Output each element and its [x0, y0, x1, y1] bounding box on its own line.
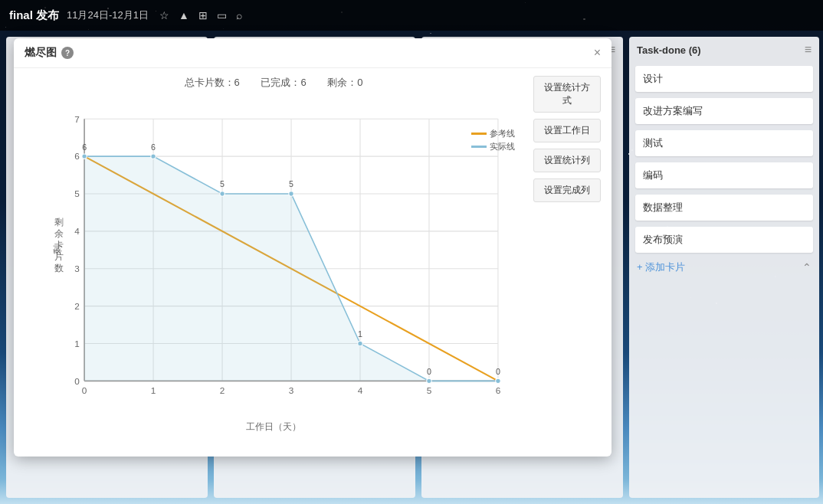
list-item[interactable]: 编码 [635, 162, 813, 188]
svg-text:数: 数 [54, 263, 64, 273]
chart-svg-wrapper: 参考线 实际线 012345670123456剩6655100剩余卡片数 工作日… [25, 97, 523, 434]
svg-text:卡: 卡 [54, 240, 64, 250]
chart-icon[interactable]: ▲ [179, 9, 189, 21]
list-item[interactable]: 改进方案编写 [635, 98, 813, 124]
star-icon[interactable]: ☆ [159, 9, 169, 21]
svg-text:4: 4 [74, 226, 80, 236]
legend-actual: 实际线 [471, 141, 515, 152]
set-workday-button[interactable]: 设置工作日 [533, 119, 601, 142]
legend-ref: 参考线 [471, 128, 515, 139]
column-task-done-add[interactable]: + 添加卡片 [637, 260, 685, 274]
svg-text:5: 5 [289, 179, 293, 188]
svg-text:1: 1 [151, 385, 156, 395]
svg-point-35 [151, 154, 156, 159]
svg-text:余: 余 [54, 228, 64, 238]
column-task-done: Task-done (6) ≡ 设计 改进方案编写 测试 编码 数据整理 发布预… [629, 37, 819, 498]
column-task-done-title: Task-done (6) [637, 44, 701, 56]
svg-text:3: 3 [289, 385, 294, 395]
svg-point-33 [82, 154, 87, 159]
list-item[interactable]: 数据整理 [635, 195, 813, 221]
modal-title: 燃尽图 ? [25, 46, 74, 60]
svg-text:6: 6 [82, 142, 87, 152]
column-task-done-menu[interactable]: ≡ [805, 43, 812, 57]
legend-ref-label: 参考线 [490, 128, 515, 139]
svg-text:6: 6 [74, 151, 80, 161]
svg-text:3: 3 [74, 263, 80, 273]
legend-actual-label: 实际线 [490, 141, 515, 152]
collapse-icon[interactable]: ⌃ [802, 261, 812, 273]
svg-text:2: 2 [220, 385, 225, 395]
modal-close-button[interactable]: × [594, 46, 601, 60]
list-item[interactable]: 设计 [635, 66, 813, 92]
chart-container: 总卡片数：6 已完成：6 剩余：0 参考线 实际线 0123456701234 [25, 76, 523, 434]
modal-header: 燃尽图 ? × [14, 38, 612, 68]
svg-point-39 [289, 191, 293, 196]
modal-title-text: 燃尽图 [25, 46, 57, 60]
svg-text:1: 1 [358, 329, 362, 339]
svg-text:剩: 剩 [54, 217, 64, 227]
chart-summary: 总卡片数：6 已完成：6 剩余：0 [25, 76, 523, 90]
help-icon[interactable]: ? [61, 47, 74, 59]
total-cards: 总卡片数：6 [185, 77, 240, 88]
svg-text:6: 6 [151, 142, 156, 152]
legend-ref-line [471, 133, 487, 135]
svg-text:1: 1 [74, 339, 80, 349]
set-done-column-button[interactable]: 设置完成列 [533, 178, 601, 202]
svg-text:6: 6 [496, 385, 501, 395]
search-icon[interactable]: ⌕ [236, 9, 242, 21]
svg-text:5: 5 [220, 179, 225, 188]
list-item[interactable]: 发布预演 [635, 227, 813, 253]
column-task-done-footer: + 添加卡片 ⌃ [629, 256, 819, 279]
svg-point-45 [496, 378, 500, 383]
chart-legend: 参考线 实际线 [471, 128, 515, 154]
set-stats-method-button[interactable]: 设置统计方式 [533, 76, 601, 113]
date-range: 11月24日-12月1日 [67, 8, 149, 22]
chart-buttons: 设置统计方式 设置工作日 设置统计列 设置完成列 [533, 76, 601, 434]
svg-text:5: 5 [427, 385, 432, 395]
burndown-modal: 燃尽图 ? × 总卡片数：6 已完成：6 剩余：0 参考线 [14, 38, 612, 457]
svg-text:0: 0 [427, 367, 431, 376]
board-title: final 发布 [9, 8, 59, 23]
svg-point-37 [220, 191, 225, 196]
header-bar: final 发布 11月24日-12月1日 ☆ ▲ ⊞ ▭ ⌕ [0, 0, 823, 31]
svg-text:4: 4 [358, 385, 363, 395]
svg-point-41 [358, 341, 362, 345]
svg-text:0: 0 [74, 376, 80, 386]
legend-actual-line [471, 146, 487, 148]
svg-text:5: 5 [74, 188, 80, 198]
burndown-chart: 012345670123456剩6655100剩余卡片数 [48, 97, 523, 419]
modal-body: 总卡片数：6 已完成：6 剩余：0 参考线 实际线 0123456701234 [14, 68, 612, 441]
done-cards: 已完成：6 [261, 77, 306, 88]
svg-point-43 [427, 378, 431, 383]
svg-text:片: 片 [54, 251, 64, 261]
svg-text:0: 0 [496, 367, 500, 376]
column-task-done-header: Task-done (6) ≡ [629, 37, 819, 63]
calendar-icon[interactable]: ▭ [217, 9, 227, 21]
svg-text:2: 2 [74, 301, 80, 311]
list-item[interactable]: 测试 [635, 130, 813, 156]
x-axis-label: 工作日（天） [25, 421, 523, 434]
grid-icon[interactable]: ⊞ [198, 9, 208, 21]
svg-text:0: 0 [82, 385, 87, 395]
remain-cards: 剩余：0 [327, 77, 362, 88]
header-icons: ☆ ▲ ⊞ ▭ ⌕ [159, 9, 242, 21]
set-stats-column-button[interactable]: 设置统计列 [533, 149, 601, 172]
svg-text:7: 7 [74, 114, 80, 124]
